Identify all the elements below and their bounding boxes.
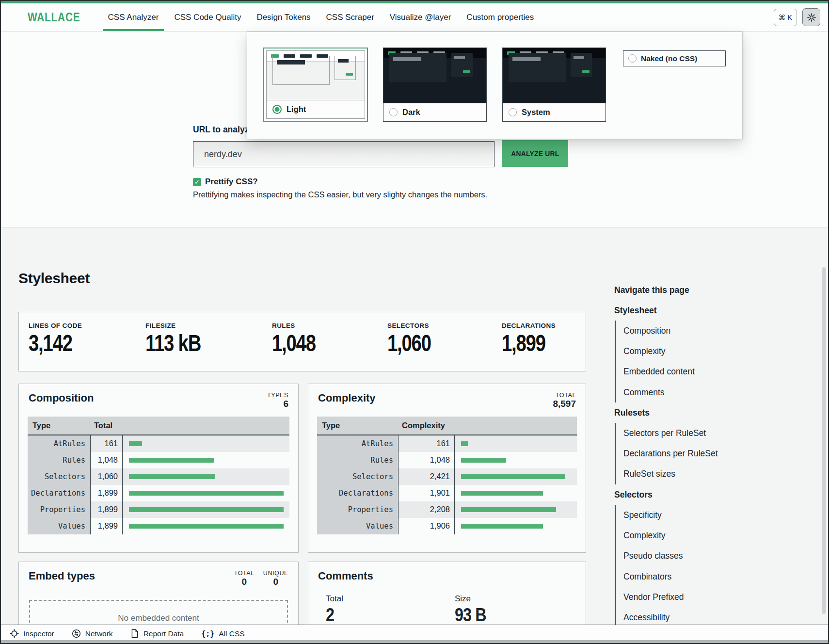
toolbar-label-inspector: Inspector — [23, 629, 54, 638]
toolbar-item-all-css[interactable]: {;}All CSS — [201, 629, 245, 638]
stat-value-selectors: 1,060 — [387, 329, 431, 356]
page-nav-link-specificity[interactable]: Specificity — [623, 505, 735, 525]
page-nav: Navigate this page StylesheetComposition… — [614, 280, 735, 628]
composition-title: Composition — [29, 392, 94, 404]
page-nav-link-complexity[interactable]: Complexity — [623, 525, 735, 546]
comments-total-label: Total — [326, 594, 447, 604]
theme-option-system-preview — [503, 48, 606, 103]
comments-header: Comments — [308, 562, 586, 582]
col-header-type: Type — [317, 421, 399, 430]
stat-rules: RULES1,048 — [272, 322, 387, 371]
row-bar-cell — [123, 452, 289, 468]
url-input[interactable] — [193, 141, 494, 167]
col-header-type: Type — [28, 421, 91, 430]
row-value: 1,901 — [399, 485, 455, 501]
toolbar-item-network[interactable]: Network — [72, 629, 113, 638]
page-nav-link-combinators[interactable]: Combinators — [623, 566, 735, 587]
url-label: URL to analyze — [193, 125, 254, 135]
row-value: 1,060 — [91, 468, 123, 485]
theme-toggle-button[interactable] — [802, 8, 820, 26]
nav-item-custom-properties[interactable]: Custom properties — [461, 3, 539, 31]
page-nav-link-declarations-per-ruleset[interactable]: Declarations per RuleSet — [623, 443, 735, 464]
row-type-label: Properties — [28, 501, 91, 518]
radio-dark[interactable] — [389, 108, 398, 116]
preview-content-box — [509, 53, 566, 82]
target-icon — [10, 629, 19, 638]
toolbar-item-report-data[interactable]: Report Data — [130, 629, 184, 638]
row-bar — [461, 491, 543, 496]
stat-value-rules: 1,048 — [272, 329, 316, 356]
theme-option-light[interactable]: Light — [263, 48, 368, 122]
nav-item-design-tokens[interactable]: Design Tokens — [251, 3, 316, 31]
table-row-declarations: Declarations1,899 — [28, 485, 289, 501]
app-header: WALLACE CSS AnalyzerCSS Code QualityDesi… — [1, 3, 828, 32]
table-row-atrules: AtRules161 — [28, 435, 289, 452]
page-nav-link-embedded-content[interactable]: Embedded content — [623, 362, 735, 382]
embed-unique-label: UNIQUE — [263, 570, 288, 577]
row-type-label: Declarations — [28, 485, 91, 501]
composition-table: TypeTotalAtRules161Rules1,048Selectors1,… — [28, 417, 289, 534]
complexity-meta: TOTAL 8,597 — [553, 392, 576, 409]
stat-value-wrap: 1,899 — [502, 329, 586, 356]
composition-panel: Composition TYPES 6 TypeTotalAtRules161R… — [18, 384, 299, 553]
radio-light[interactable] — [272, 105, 282, 114]
theme-option-naked[interactable]: Naked (no CSS) — [623, 50, 726, 66]
preview-content-bar — [277, 60, 305, 64]
analyze-url-button[interactable]: ANALYZE URL — [502, 140, 568, 167]
row-bar-cell — [123, 518, 289, 534]
table-row-properties: Properties1,899 — [28, 501, 289, 518]
row-type-label: Selectors — [317, 468, 399, 485]
wallace-logo[interactable]: WALLACE — [28, 10, 80, 25]
complexity-table: TypeComplexityAtRules161Rules1,048Select… — [317, 417, 577, 534]
radio-system[interactable] — [509, 108, 517, 116]
toolbar-label-all-css: All CSS — [219, 629, 244, 638]
total-value: 8,597 — [553, 399, 576, 409]
page-nav-link-selectors-per-ruleset[interactable]: Selectors per RuleSet — [623, 423, 735, 443]
comments-size-value: 93 B — [455, 605, 486, 626]
nav-item-css-analyzer[interactable]: CSS Analyzer — [103, 3, 164, 31]
row-bar-cell — [455, 518, 577, 534]
stat-label-declarations: DECLARATIONS — [502, 322, 586, 329]
row-value: 1,906 — [399, 518, 455, 534]
table-row-values: Values1,899 — [28, 518, 289, 534]
command-palette-button[interactable]: ⌘ K — [774, 9, 797, 26]
stat-lines-of-code: LINES OF CODE3,142 — [29, 322, 145, 371]
nav-item-visualize-layer[interactable]: Visualize @layer — [384, 3, 457, 31]
col-header-value: Complexity — [399, 421, 455, 430]
preview-content-bar — [393, 57, 421, 61]
page-nav-link-complexity[interactable]: Complexity — [623, 341, 735, 361]
row-bar-cell — [123, 485, 289, 501]
theme-option-dark[interactable]: Dark — [383, 48, 487, 122]
nav-item-css-scraper[interactable]: CSS Scraper — [321, 3, 380, 31]
theme-option-dark-inner: Dark — [383, 48, 486, 121]
embed-unique-value: 0 — [263, 577, 288, 587]
composition-meta: TYPES 6 — [267, 392, 288, 409]
page-nav-link-vendor-prefixed[interactable]: Vendor Prefixed — [623, 587, 735, 607]
theme-option-system[interactable]: System — [502, 48, 606, 122]
table-row-rules: Rules1,048 — [317, 452, 577, 468]
page-nav-link-pseudo-classes[interactable]: Pseudo classes — [623, 546, 735, 566]
stat-selectors: SELECTORS1,060 — [387, 322, 502, 371]
preview-content-bar — [512, 57, 541, 61]
stat-value-wrap: 3,142 — [29, 329, 145, 356]
radio-naked[interactable] — [628, 54, 637, 63]
page-nav-link-composition[interactable]: Composition — [623, 321, 735, 341]
row-value: 1,899 — [91, 485, 123, 501]
network-icon — [72, 629, 81, 638]
stat-filesize: FILESIZE113 kB — [145, 322, 272, 371]
row-bar — [461, 441, 468, 446]
sun-icon — [807, 13, 816, 22]
row-bar — [461, 524, 543, 529]
bottom-toolbar: InspectorNetworkReport Data{;}All CSS — [1, 625, 828, 642]
preview-side-bar — [338, 59, 349, 63]
page-scrollbar[interactable] — [822, 267, 826, 614]
theme-option-light-inner: Light — [266, 50, 365, 119]
page-nav-link-ruleset-sizes[interactable]: RuleSet sizes — [623, 464, 735, 484]
theme-option-dark-label: Dark — [402, 108, 420, 117]
stat-label-filesize: FILESIZE — [145, 322, 272, 329]
nav-item-css-code-quality[interactable]: CSS Code Quality — [169, 3, 246, 31]
prettify-checkbox[interactable] — [193, 178, 201, 186]
toolbar-item-inspector[interactable]: Inspector — [10, 629, 54, 638]
row-type-label: Rules — [28, 452, 91, 468]
page-nav-link-comments[interactable]: Comments — [623, 382, 735, 402]
